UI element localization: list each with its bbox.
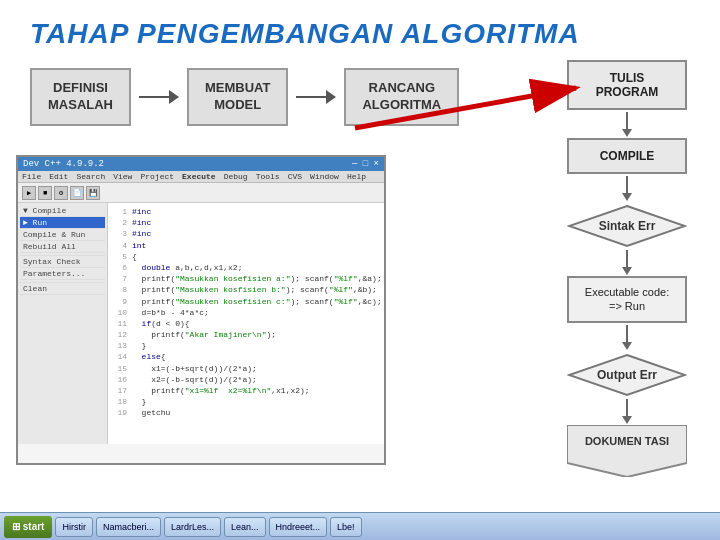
editor-titlebar: Dev C++ 4.9.9.2 ─ □ ×: [18, 157, 384, 171]
editor-menubar[interactable]: File Edit Search View Project Execute De…: [18, 171, 384, 183]
connector-2: [626, 176, 628, 194]
output-err-diamond: Output Err: [567, 353, 687, 397]
taskbar-item-3[interactable]: LardrLes...: [164, 517, 221, 537]
taskbar[interactable]: ⊞ start Hirstir Namacberi... LardrLes...…: [0, 512, 720, 540]
arrow-2: [296, 90, 336, 104]
dokumen-tasi-box: DOKUMEN TASI: [567, 425, 687, 477]
editor-body: ▼ Compile ► Run Compile & Run Rebuild Al…: [18, 203, 384, 444]
editor-code-area[interactable]: 1#inc 2#inc 3#inc 4int 5{ 6 double a,b,c…: [108, 203, 384, 444]
connector-5: [626, 399, 628, 417]
taskbar-item-5[interactable]: Hndreeet...: [269, 517, 328, 537]
taskbar-item-1[interactable]: Hirstir: [55, 517, 93, 537]
editor-sidebar[interactable]: ▼ Compile ► Run Compile & Run Rebuild Al…: [18, 203, 108, 444]
svg-marker-4: [567, 425, 687, 477]
code-editor[interactable]: Dev C++ 4.9.9.2 ─ □ × File Edit Search V…: [16, 155, 386, 465]
flow-step-3: RANCANGALGORITMA: [344, 68, 459, 126]
connector-3: [626, 250, 628, 268]
taskbar-item-2[interactable]: Namacberi...: [96, 517, 161, 537]
page-title: TAHAP PENGEMBANGAN ALGORITMA: [0, 0, 720, 60]
connector-4: [626, 325, 628, 343]
taskbar-item-6[interactable]: Lbe!: [330, 517, 362, 537]
compile-box: COMPILE: [567, 138, 687, 174]
taskbar-item-4[interactable]: Lean...: [224, 517, 266, 537]
arrow-1: [139, 90, 179, 104]
sintak-err-diamond: Sintak Err: [567, 204, 687, 248]
executable-box: Executable code:=> Run: [567, 276, 687, 323]
editor-toolbar: ▶ ■ ⚙ 📄 💾: [18, 183, 384, 203]
flow-step-1: DEFINISIMASALAH: [30, 68, 131, 126]
flow-row: DEFINISIMASALAH MEMBUATMODEL RANCANGALGO…: [0, 68, 720, 126]
start-button[interactable]: ⊞ start: [4, 516, 52, 538]
flow-step-2: MEMBUATMODEL: [187, 68, 288, 126]
